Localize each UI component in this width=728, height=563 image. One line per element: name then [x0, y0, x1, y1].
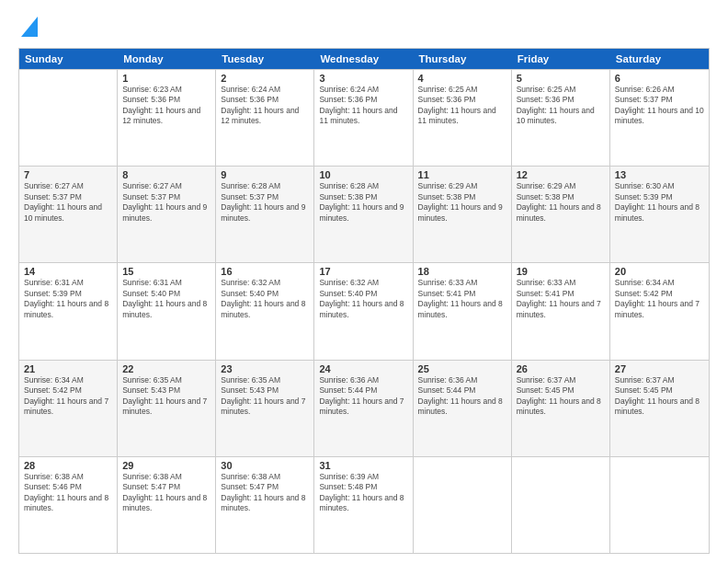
day-header-thursday: Thursday	[414, 49, 512, 69]
calendar-cell: 10Sunrise: 6:28 AM Sunset: 5:38 PM Dayli…	[314, 167, 413, 262]
calendar-cell: 20Sunrise: 6:34 AM Sunset: 5:42 PM Dayli…	[610, 263, 709, 359]
cell-info: Sunrise: 6:31 AM Sunset: 5:39 PM Dayligh…	[24, 278, 112, 320]
calendar-cell: 19Sunrise: 6:33 AM Sunset: 5:41 PM Dayli…	[512, 263, 610, 359]
cell-info: Sunrise: 6:33 AM Sunset: 5:41 PM Dayligh…	[418, 278, 506, 320]
calendar-cell: 5Sunrise: 6:25 AM Sunset: 5:36 PM Daylig…	[512, 70, 610, 166]
cell-info: Sunrise: 6:37 AM Sunset: 5:45 PM Dayligh…	[615, 375, 704, 418]
calendar-body: 1Sunrise: 6:23 AM Sunset: 5:36 PM Daylig…	[19, 69, 709, 553]
day-number: 3	[319, 73, 407, 84]
day-number: 17	[319, 266, 407, 277]
day-number: 23	[221, 363, 309, 374]
calendar-cell: 15Sunrise: 6:31 AM Sunset: 5:40 PM Dayli…	[118, 263, 216, 359]
cell-info: Sunrise: 6:28 AM Sunset: 5:38 PM Dayligh…	[319, 181, 407, 224]
calendar-cell: 8Sunrise: 6:27 AM Sunset: 5:37 PM Daylig…	[118, 167, 216, 262]
calendar-cell: 12Sunrise: 6:29 AM Sunset: 5:38 PM Dayli…	[512, 167, 610, 262]
calendar-cell: 11Sunrise: 6:29 AM Sunset: 5:38 PM Dayli…	[414, 167, 512, 262]
cell-info: Sunrise: 6:25 AM Sunset: 5:36 PM Dayligh…	[418, 85, 506, 127]
calendar-cell: 16Sunrise: 6:32 AM Sunset: 5:40 PM Dayli…	[216, 263, 314, 359]
calendar-row-2: 14Sunrise: 6:31 AM Sunset: 5:39 PM Dayli…	[19, 262, 709, 359]
day-number: 5	[517, 73, 605, 84]
calendar-cell: 3Sunrise: 6:24 AM Sunset: 5:36 PM Daylig…	[314, 70, 413, 166]
calendar-row-1: 7Sunrise: 6:27 AM Sunset: 5:37 PM Daylig…	[19, 166, 709, 262]
day-number: 19	[517, 266, 605, 277]
calendar-cell: 24Sunrise: 6:36 AM Sunset: 5:44 PM Dayli…	[314, 361, 413, 456]
cell-info: Sunrise: 6:30 AM Sunset: 5:39 PM Dayligh…	[615, 181, 704, 224]
cell-info: Sunrise: 6:39 AM Sunset: 5:48 PM Dayligh…	[319, 472, 407, 514]
cell-info: Sunrise: 6:32 AM Sunset: 5:40 PM Dayligh…	[319, 278, 407, 320]
calendar-cell: 23Sunrise: 6:35 AM Sunset: 5:43 PM Dayli…	[216, 361, 314, 456]
day-number: 28	[24, 460, 112, 471]
day-number: 12	[517, 169, 605, 180]
cell-info: Sunrise: 6:35 AM Sunset: 5:43 PM Dayligh…	[221, 375, 309, 418]
day-header-monday: Monday	[118, 49, 216, 69]
cell-info: Sunrise: 6:29 AM Sunset: 5:38 PM Dayligh…	[418, 181, 506, 224]
cell-info: Sunrise: 6:38 AM Sunset: 5:47 PM Dayligh…	[122, 472, 210, 514]
cell-info: Sunrise: 6:26 AM Sunset: 5:37 PM Dayligh…	[615, 85, 704, 127]
day-header-sunday: Sunday	[19, 49, 118, 69]
cell-info: Sunrise: 6:38 AM Sunset: 5:47 PM Dayligh…	[221, 472, 309, 514]
calendar-cell: 9Sunrise: 6:28 AM Sunset: 5:37 PM Daylig…	[216, 167, 314, 262]
calendar-cell: 22Sunrise: 6:35 AM Sunset: 5:43 PM Dayli…	[118, 361, 216, 456]
cell-info: Sunrise: 6:31 AM Sunset: 5:40 PM Dayligh…	[122, 278, 210, 320]
cell-info: Sunrise: 6:36 AM Sunset: 5:44 PM Dayligh…	[418, 375, 506, 418]
cell-info: Sunrise: 6:33 AM Sunset: 5:41 PM Dayligh…	[517, 278, 605, 320]
day-number: 21	[24, 363, 112, 374]
calendar-row-4: 28Sunrise: 6:38 AM Sunset: 5:46 PM Dayli…	[19, 456, 709, 553]
day-number: 29	[122, 460, 210, 471]
cell-info: Sunrise: 6:34 AM Sunset: 5:42 PM Dayligh…	[24, 375, 112, 418]
calendar-cell: 29Sunrise: 6:38 AM Sunset: 5:47 PM Dayli…	[118, 457, 216, 553]
calendar-cell	[512, 457, 610, 553]
calendar-cell: 30Sunrise: 6:38 AM Sunset: 5:47 PM Dayli…	[216, 457, 314, 553]
day-number: 27	[615, 363, 704, 374]
day-number: 26	[517, 363, 605, 374]
calendar-cell: 4Sunrise: 6:25 AM Sunset: 5:36 PM Daylig…	[414, 70, 512, 166]
day-number: 7	[24, 169, 112, 180]
calendar-row-0: 1Sunrise: 6:23 AM Sunset: 5:36 PM Daylig…	[19, 69, 709, 166]
cell-info: Sunrise: 6:25 AM Sunset: 5:36 PM Dayligh…	[517, 85, 605, 127]
cell-info: Sunrise: 6:29 AM Sunset: 5:38 PM Dayligh…	[517, 181, 605, 224]
day-number: 16	[221, 266, 309, 277]
day-number: 4	[418, 73, 506, 84]
day-number: 20	[615, 266, 704, 277]
day-number: 13	[615, 169, 704, 180]
calendar-cell	[19, 70, 118, 166]
day-header-wednesday: Wednesday	[314, 49, 413, 69]
day-number: 1	[122, 73, 210, 84]
calendar-cell: 28Sunrise: 6:38 AM Sunset: 5:46 PM Dayli…	[19, 457, 118, 553]
day-number: 24	[319, 363, 407, 374]
day-number: 14	[24, 266, 112, 277]
day-header-friday: Friday	[512, 49, 610, 69]
calendar-cell: 26Sunrise: 6:37 AM Sunset: 5:45 PM Dayli…	[512, 361, 610, 456]
calendar-cell: 17Sunrise: 6:32 AM Sunset: 5:40 PM Dayli…	[314, 263, 413, 359]
day-number: 31	[319, 460, 407, 471]
cell-info: Sunrise: 6:35 AM Sunset: 5:43 PM Dayligh…	[122, 375, 210, 418]
day-number: 2	[221, 73, 309, 84]
svg-marker-0	[21, 17, 38, 37]
calendar-cell: 7Sunrise: 6:27 AM Sunset: 5:37 PM Daylig…	[19, 167, 118, 262]
header	[18, 15, 710, 40]
calendar-cell: 1Sunrise: 6:23 AM Sunset: 5:36 PM Daylig…	[118, 70, 216, 166]
calendar-row-3: 21Sunrise: 6:34 AM Sunset: 5:42 PM Dayli…	[19, 360, 709, 456]
cell-info: Sunrise: 6:23 AM Sunset: 5:36 PM Dayligh…	[122, 85, 210, 127]
cell-info: Sunrise: 6:27 AM Sunset: 5:37 PM Dayligh…	[24, 181, 112, 224]
calendar-cell: 25Sunrise: 6:36 AM Sunset: 5:44 PM Dayli…	[414, 361, 512, 456]
calendar-cell: 18Sunrise: 6:33 AM Sunset: 5:41 PM Dayli…	[414, 263, 512, 359]
calendar-cell: 27Sunrise: 6:37 AM Sunset: 5:45 PM Dayli…	[610, 361, 709, 456]
cell-info: Sunrise: 6:36 AM Sunset: 5:44 PM Dayligh…	[319, 375, 407, 418]
day-number: 15	[122, 266, 210, 277]
cell-info: Sunrise: 6:24 AM Sunset: 5:36 PM Dayligh…	[319, 85, 407, 127]
day-number: 18	[418, 266, 506, 277]
day-number: 30	[221, 460, 309, 471]
day-number: 11	[418, 169, 506, 180]
day-number: 8	[122, 169, 210, 180]
logo-icon	[21, 17, 38, 37]
day-number: 9	[221, 169, 309, 180]
cell-info: Sunrise: 6:37 AM Sunset: 5:45 PM Dayligh…	[517, 375, 605, 418]
calendar: SundayMondayTuesdayWednesdayThursdayFrid…	[18, 48, 710, 554]
calendar-cell: 2Sunrise: 6:24 AM Sunset: 5:36 PM Daylig…	[216, 70, 314, 166]
logo	[18, 15, 38, 40]
calendar-cell: 6Sunrise: 6:26 AM Sunset: 5:37 PM Daylig…	[610, 70, 709, 166]
cell-info: Sunrise: 6:24 AM Sunset: 5:36 PM Dayligh…	[221, 85, 309, 127]
calendar-cell: 13Sunrise: 6:30 AM Sunset: 5:39 PM Dayli…	[610, 167, 709, 262]
page: SundayMondayTuesdayWednesdayThursdayFrid…	[0, 0, 728, 563]
